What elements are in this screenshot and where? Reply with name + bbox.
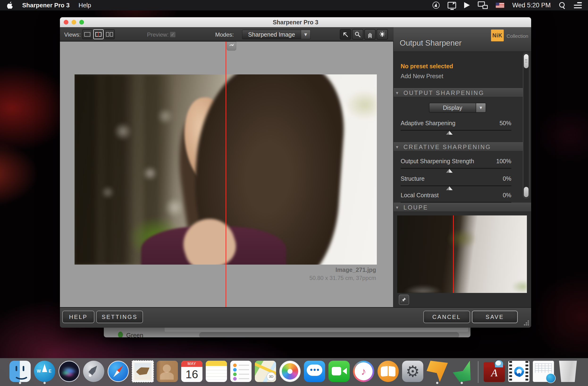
single-view-button[interactable]	[82, 29, 92, 39]
menubar-help[interactable]: Help	[79, 2, 91, 9]
sysprefs-dock-icon[interactable]: ⚙	[402, 361, 423, 382]
dock-item-acrobat[interactable]	[483, 360, 505, 384]
screen-sharing-icon[interactable]	[448, 2, 456, 8]
green-arrow-dock-icon[interactable]	[451, 361, 472, 382]
quicktime-q	[512, 365, 526, 378]
compass-dock-icon[interactable]	[34, 361, 55, 382]
facetime-dock-icon[interactable]	[328, 361, 350, 382]
ibooks-dock-icon[interactable]	[378, 361, 399, 382]
split-orientation-button[interactable]	[227, 42, 236, 50]
dock-item-orange-arrow[interactable]	[426, 360, 448, 384]
dock-item-sheet[interactable]	[533, 360, 554, 384]
loupe-pin-button[interactable]	[399, 295, 409, 305]
side-by-side-view-button[interactable]	[104, 29, 115, 39]
panel-scrollbar[interactable]	[523, 53, 529, 198]
preview-checkbox[interactable]: ✓	[170, 32, 176, 37]
horizontal-scrollbar[interactable]	[199, 332, 459, 337]
resize-grip[interactable]	[523, 320, 529, 326]
collapse-caret-icon: ▾	[396, 203, 399, 212]
slider-label: Local Contrast	[401, 192, 439, 199]
creative-sharpening-section-header[interactable]: ▾ CREATIVE SHARPENING	[394, 142, 523, 151]
dock-item-contacts[interactable]	[156, 360, 178, 384]
airplay-icon[interactable]	[464, 2, 470, 8]
lightbulb-tool-button[interactable]	[377, 29, 388, 40]
dock-item-sysprefs[interactable]: ⚙	[402, 360, 424, 384]
finder-dock-icon[interactable]	[9, 361, 31, 382]
modes-dropdown[interactable]: Sharpened Image ▼	[242, 30, 311, 39]
calendar-dock-icon[interactable]: MAY16	[181, 361, 202, 382]
dock-item-photos[interactable]	[279, 360, 301, 384]
split-view-button[interactable]	[93, 29, 104, 39]
minimize-button[interactable]	[71, 20, 76, 24]
window-titlebar[interactable]: Sharpener Pro 3	[60, 17, 531, 27]
slider-handle[interactable]	[446, 186, 453, 190]
slider-track[interactable]	[401, 130, 511, 131]
notification-center-icon[interactable]	[574, 2, 582, 8]
dock-item-calendar[interactable]: MAY16	[181, 360, 203, 384]
save-button[interactable]: SAVE	[472, 311, 518, 323]
dock-item-siri[interactable]	[58, 360, 80, 384]
scrollbar-thumb[interactable]	[524, 54, 528, 68]
pan-tool-button[interactable]	[364, 29, 376, 40]
notes-dock-icon[interactable]	[206, 361, 227, 382]
location-services-icon[interactable]	[433, 2, 440, 9]
dock-item-mail[interactable]	[132, 360, 154, 384]
zoom-tool-button[interactable]	[352, 29, 363, 40]
contacts-dock-icon[interactable]	[157, 361, 178, 382]
input-source-flag-icon[interactable]	[496, 3, 504, 8]
reminders-dock-icon[interactable]	[230, 361, 252, 382]
dock-item-quicktime[interactable]	[508, 360, 530, 384]
mail-dock-icon[interactable]	[132, 361, 153, 382]
quicktime-dock-icon[interactable]	[508, 361, 529, 382]
split-preview-line[interactable]	[226, 42, 226, 307]
itunes-dock-icon[interactable]	[353, 361, 374, 382]
dock-item-notes[interactable]	[206, 360, 228, 384]
dock-item-compass[interactable]	[34, 360, 56, 384]
select-tool-button[interactable]	[340, 29, 351, 40]
sheet-dock-icon[interactable]	[533, 361, 554, 382]
acrobat-dock-icon[interactable]	[484, 361, 505, 382]
image-canvas[interactable]: Image_271.jpg 50.80 x 31.75 cm, 37ppcm	[60, 42, 394, 307]
dock-item-itunes[interactable]	[353, 360, 375, 384]
spotlight-icon[interactable]	[559, 2, 566, 9]
dock-item-ibooks[interactable]	[377, 360, 399, 384]
close-button[interactable]	[64, 20, 68, 24]
dock-item-facetime[interactable]	[328, 360, 350, 384]
cancel-button[interactable]: CANCEL	[423, 311, 470, 323]
slider-handle[interactable]	[446, 131, 453, 135]
settings-panel: Output Sharpener NiK Collection No prese…	[394, 27, 531, 307]
apple-menu-icon[interactable]	[7, 2, 13, 9]
zoom-button[interactable]	[79, 20, 84, 24]
loupe-section-header[interactable]: ▾ LOUPE	[394, 203, 531, 212]
slider-handle[interactable]	[446, 169, 453, 173]
settings-button[interactable]: SETTINGS	[96, 311, 143, 323]
help-button[interactable]: HELP	[62, 311, 94, 323]
dock-item-trash[interactable]	[557, 360, 579, 384]
photos-dock-icon[interactable]	[279, 361, 301, 382]
slider-track[interactable]	[401, 168, 511, 169]
loupe-preview[interactable]	[397, 215, 527, 293]
dock-item-messages[interactable]	[304, 360, 326, 384]
loupe-split-line	[453, 215, 454, 293]
dock-item-maps[interactable]	[255, 360, 276, 384]
maps-dock-icon[interactable]	[255, 361, 276, 382]
slider-track[interactable]	[401, 185, 511, 186]
dock-item-green-arrow[interactable]	[451, 360, 473, 384]
safari-dock-icon[interactable]	[108, 361, 129, 382]
dock-item-reminders[interactable]	[230, 360, 252, 384]
menubar-clock[interactable]: Wed 5:20 PM	[512, 2, 551, 9]
messages-dock-icon[interactable]	[304, 361, 325, 382]
launchpad-dock-icon[interactable]	[83, 361, 104, 382]
menubar-app-name[interactable]: Sharpener Pro 3	[22, 2, 70, 9]
orange-arrow-dock-icon[interactable]	[427, 361, 448, 382]
output-device-dropdown[interactable]: Display ▼	[429, 103, 486, 113]
slider-label: Adaptive Sharpening	[401, 120, 455, 127]
trash-dock-icon[interactable]	[557, 361, 579, 382]
add-new-preset-link[interactable]: Add New Preset	[401, 73, 443, 80]
output-sharpening-section-header[interactable]: ▾ OUTPUT SHARPENING	[394, 88, 523, 97]
dock-item-launchpad[interactable]	[83, 360, 105, 384]
displays-icon[interactable]	[478, 1, 488, 9]
dock-item-finder[interactable]	[9, 360, 31, 384]
dock-item-safari[interactable]	[107, 360, 129, 384]
siri-dock-icon[interactable]	[59, 361, 80, 382]
